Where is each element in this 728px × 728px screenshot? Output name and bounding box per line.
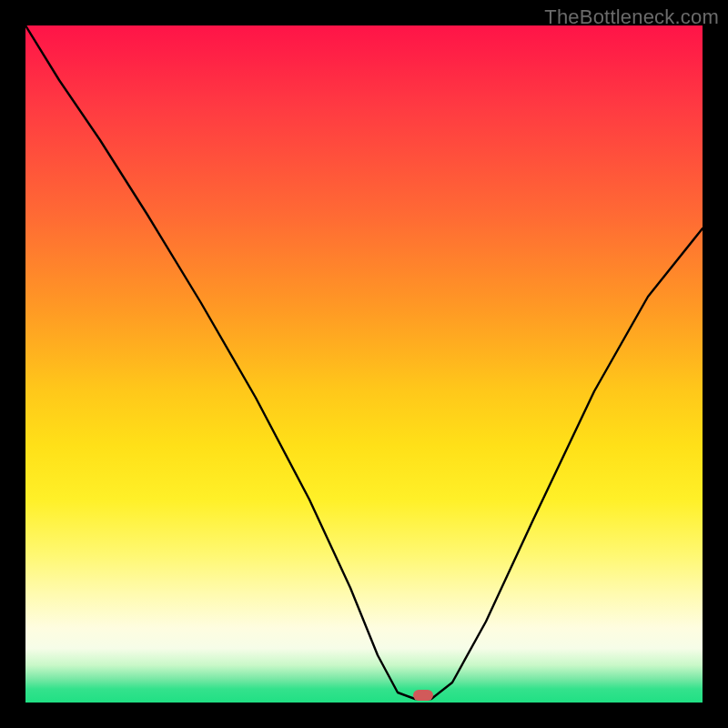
optimum-marker bbox=[413, 690, 433, 701]
curve-path bbox=[25, 25, 703, 699]
watermark-text: TheBottleneck.com bbox=[544, 5, 719, 29]
chart-plot-area bbox=[25, 25, 703, 703]
chart-frame: TheBottleneck.com bbox=[0, 0, 728, 728]
bottleneck-curve bbox=[25, 25, 703, 703]
